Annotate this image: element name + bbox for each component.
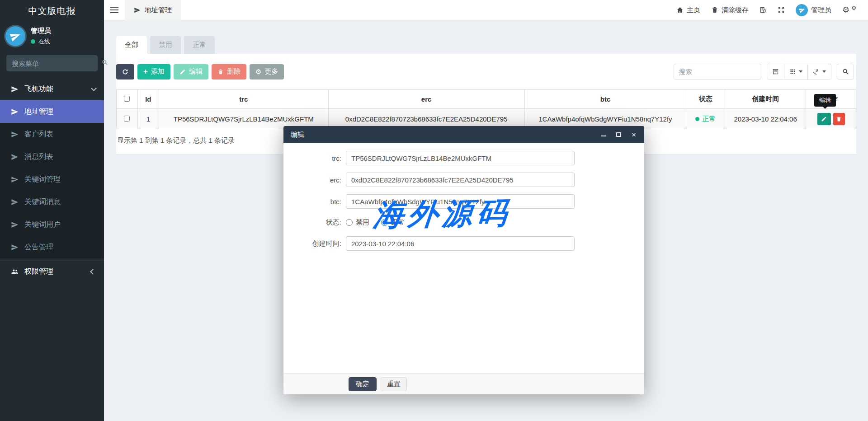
sidebar-item-customer-list[interactable]: 客户列表 (0, 123, 104, 145)
modal-title: 编辑 (291, 131, 304, 139)
maximize-icon[interactable] (615, 131, 622, 138)
form-row-btc: btc: (283, 194, 644, 209)
select-all-checkbox[interactable] (124, 96, 130, 102)
header-erc[interactable]: erc (328, 90, 524, 109)
table-search-input[interactable] (674, 64, 761, 80)
caret-down-icon (822, 70, 826, 73)
tab-disabled[interactable]: 禁用 (150, 36, 181, 54)
modal-footer: 确定 重置 (283, 373, 644, 394)
row-checkbox[interactable] (124, 116, 130, 122)
filter-tabs: 全部 禁用 正常 (116, 36, 215, 54)
header-id[interactable]: Id (137, 90, 159, 109)
form-row-status: 状态: 禁用 正常 (283, 216, 644, 229)
trc-label: trc: (283, 154, 346, 162)
user-name: 管理员 (31, 27, 51, 35)
topbar-user[interactable]: 管理员 (796, 4, 831, 16)
row-edit-button[interactable] (817, 113, 831, 125)
address-table: Id trc erc btc 状态 创建时间 操作 1 TP56SDRJLtQW… (116, 89, 856, 129)
row-delete-button[interactable] (833, 113, 845, 125)
sidebar-item-permission-management[interactable]: 权限管理 (0, 260, 104, 283)
sidebar-item-label: 地址管理 (24, 107, 53, 117)
home-label: 主页 (687, 6, 700, 14)
sidebar-item-label: 关键词消息 (24, 197, 61, 207)
radio-normal-label: 正常 (391, 218, 405, 227)
paper-plane-icon (10, 243, 19, 251)
sidebar-item-announcement-management[interactable]: 公告管理 (0, 236, 104, 258)
status-option-disabled[interactable]: 禁用 (346, 218, 369, 227)
tab-all[interactable]: 全部 (116, 36, 147, 54)
pencil-icon (179, 69, 186, 75)
sidebar-search (6, 55, 98, 71)
hamburger-menu-icon[interactable] (104, 0, 125, 20)
clear-cache-button[interactable]: 清除缓存 (711, 6, 749, 14)
radio-normal[interactable] (381, 219, 388, 226)
sidebar-menu: 飞机功能 地址管理 客户列表 消息列表 关键词管理 关键词消息 (0, 78, 104, 283)
sidebar-item-plane-functions[interactable]: 飞机功能 (0, 78, 104, 100)
refresh-icon (122, 69, 128, 75)
more-button[interactable]: ⚙更多 (250, 64, 284, 80)
telegram-plane-icon (798, 6, 806, 14)
paper-plane-icon (10, 153, 19, 161)
sidebar-item-message-list[interactable]: 消息列表 (0, 145, 104, 168)
user-panel: 管理员 在线 (0, 22, 104, 52)
sidebar-item-keyword-users[interactable]: 关键词用户 (0, 213, 104, 236)
home-icon (676, 6, 684, 14)
refresh-button[interactable] (116, 64, 134, 80)
created-field[interactable] (346, 236, 575, 251)
radio-disabled[interactable] (346, 219, 353, 226)
delete-label: 删除 (227, 67, 241, 76)
home-button[interactable]: 主页 (676, 6, 700, 14)
settings-gears-icon[interactable]: ⚙⚙ (842, 5, 856, 15)
paper-plane-icon (134, 7, 141, 14)
edit-button[interactable]: 编辑 (174, 64, 208, 80)
header-trc[interactable]: trc (159, 90, 328, 109)
tab-address-management[interactable]: 地址管理 (125, 0, 181, 20)
header-created[interactable]: 创建时间 (725, 90, 806, 109)
columns-grid-icon (789, 68, 796, 75)
fullscreen-icon[interactable] (778, 6, 785, 14)
users-icon (10, 268, 19, 276)
cell-id: 1 (137, 109, 159, 129)
paper-plane-icon (10, 108, 19, 116)
search-button[interactable] (837, 64, 854, 80)
add-button[interactable]: +添加 (137, 64, 170, 80)
paper-plane-icon (10, 85, 19, 93)
confirm-button[interactable]: 确定 (349, 377, 377, 391)
clear-cache-label: 清除缓存 (722, 6, 749, 14)
language-icon[interactable] (760, 6, 767, 14)
erc-field[interactable] (346, 173, 575, 187)
status-option-normal[interactable]: 正常 (381, 218, 405, 227)
close-icon[interactable]: × (631, 131, 637, 138)
columns-button[interactable] (784, 64, 808, 80)
sidebar-item-address-management[interactable]: 地址管理 (0, 100, 104, 123)
minimize-icon[interactable] (600, 131, 606, 138)
header-btc[interactable]: btc (524, 90, 686, 109)
export-button[interactable] (808, 64, 831, 80)
sidebar-search-input[interactable] (12, 60, 102, 67)
delete-button[interactable]: 删除 (212, 64, 246, 80)
reset-button[interactable]: 重置 (381, 377, 407, 391)
form-row-trc: trc: (283, 151, 644, 165)
toolbar-right (674, 64, 854, 80)
paper-plane-icon (10, 131, 19, 138)
sidebar-item-keyword-messages[interactable]: 关键词消息 (0, 191, 104, 213)
detail-view-button[interactable] (767, 64, 784, 80)
telegram-plane-icon (9, 29, 23, 43)
toolbar: +添加 编辑 删除 ⚙更多 (116, 64, 856, 80)
btc-field[interactable] (346, 194, 575, 209)
tab-normal[interactable]: 正常 (184, 36, 215, 54)
sidebar-item-label: 权限管理 (24, 267, 53, 276)
trash-icon (711, 6, 718, 14)
search-icon[interactable] (102, 59, 108, 67)
caret-down-icon (799, 70, 802, 73)
add-label: 添加 (151, 67, 165, 76)
trc-field[interactable] (346, 151, 575, 165)
header-status[interactable]: 状态 (686, 90, 725, 109)
more-label: 更多 (264, 67, 278, 76)
sidebar: 中文版电报 管理员 在线 飞机功能 地址管理 客户列表 (0, 0, 104, 421)
detail-view-icon (772, 68, 779, 75)
sidebar-item-keyword-management[interactable]: 关键词管理 (0, 168, 104, 191)
chevron-down-icon (91, 85, 97, 91)
modal-header[interactable]: 编辑 × (283, 126, 644, 143)
modal-body: trc: erc: btc: 状态: 禁用 正常 创建时间: 海外源码 (283, 143, 644, 373)
